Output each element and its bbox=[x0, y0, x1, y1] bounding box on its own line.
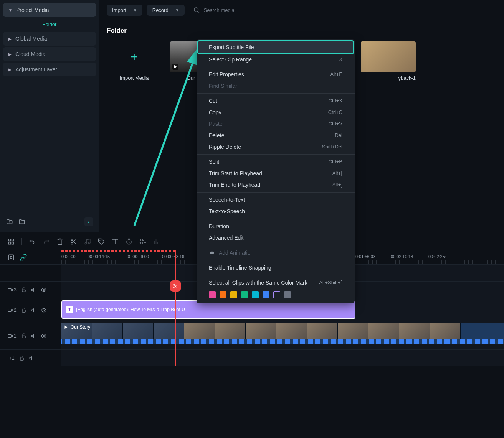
lock-icon[interactable] bbox=[21, 308, 26, 313]
ruler-tick: 00:02:25: bbox=[428, 254, 446, 259]
ruler-tick: 0:01:56:03 bbox=[355, 254, 375, 259]
svg-point-8 bbox=[85, 242, 87, 244]
chevron-down-icon: ▼ bbox=[133, 8, 137, 12]
menu-item-label: Advanced Edit bbox=[209, 235, 243, 241]
clip-label: Our Story bbox=[71, 324, 90, 330]
import-dropdown[interactable]: Import ▼ bbox=[107, 5, 142, 16]
context-menu-item[interactable]: Text-to-Speech bbox=[197, 206, 355, 217]
sidebar-cloud-media[interactable]: ▶ Cloud Media bbox=[3, 47, 96, 61]
eye-icon[interactable] bbox=[41, 308, 46, 313]
import-media-card[interactable]: + Import Media bbox=[107, 41, 162, 81]
context-menu-item: Find Similar bbox=[197, 80, 355, 92]
color-swatch[interactable] bbox=[241, 291, 248, 298]
context-menu-item[interactable]: CutCtrl+X bbox=[197, 95, 355, 107]
context-menu-item[interactable]: Select Clip RangeX bbox=[197, 54, 355, 65]
auto-reframe-icon[interactable] bbox=[8, 254, 15, 261]
link-icon[interactable] bbox=[20, 254, 27, 261]
media-clip[interactable]: yback-1 bbox=[361, 41, 416, 81]
color-swatch[interactable] bbox=[220, 291, 226, 298]
context-menu-item[interactable]: Select all Clips with the Same Color Mar… bbox=[197, 277, 355, 288]
sidebar-folder[interactable]: Folder bbox=[3, 18, 96, 31]
record-dropdown[interactable]: Record ▼ bbox=[147, 5, 185, 16]
track-1-video[interactable]: 1 Our Story bbox=[0, 322, 504, 349]
menu-item-label: Trim Start to Playhead bbox=[209, 170, 262, 176]
ruler-tick: 00:02:10:18 bbox=[391, 254, 413, 259]
video-track-icon: 3 bbox=[8, 287, 17, 293]
playhead-handle[interactable] bbox=[170, 280, 181, 292]
menu-item-label: Paste bbox=[209, 121, 223, 127]
color-swatch[interactable] bbox=[284, 291, 291, 298]
sidebar-adjustment-layer[interactable]: ▶ Adjustment Layer bbox=[3, 63, 96, 76]
color-swatch[interactable] bbox=[230, 291, 237, 298]
speaker-icon[interactable] bbox=[31, 333, 36, 339]
context-menu-item[interactable]: Edit PropertiesAlt+E bbox=[197, 69, 355, 80]
stopwatch-icon[interactable] bbox=[126, 238, 132, 245]
color-swatch[interactable] bbox=[273, 291, 280, 298]
text-clip-icon: T bbox=[66, 306, 73, 313]
scissors-icon[interactable] bbox=[70, 238, 77, 245]
sliders-icon[interactable] bbox=[139, 238, 146, 245]
menu-shortcut: Alt+[ bbox=[332, 170, 342, 176]
context-menu-item[interactable]: Enable Timeline Snapping bbox=[197, 262, 355, 273]
color-swatch[interactable] bbox=[263, 291, 269, 298]
new-folder-icon[interactable] bbox=[6, 218, 13, 225]
tag-icon[interactable] bbox=[98, 238, 105, 245]
context-menu: Export Subtitle FileSelect Clip RangeXEd… bbox=[197, 39, 355, 303]
search-placeholder: Search media bbox=[204, 7, 235, 13]
collapse-sidebar-button[interactable]: ‹ bbox=[84, 217, 93, 226]
lock-icon[interactable] bbox=[21, 333, 26, 339]
menu-item-label: Cut bbox=[209, 98, 217, 104]
context-menu-item[interactable]: Trim End to PlayheadAlt+] bbox=[197, 179, 355, 191]
svg-rect-19 bbox=[8, 334, 11, 337]
context-menu-item: PasteCtrl+V bbox=[197, 118, 355, 130]
menu-item-label: Find Similar bbox=[209, 83, 237, 89]
playhead[interactable] bbox=[175, 250, 176, 366]
speaker-icon[interactable] bbox=[31, 308, 36, 313]
context-menu-item[interactable]: Export Subtitle File bbox=[198, 41, 353, 53]
folder-icon[interactable] bbox=[18, 218, 25, 225]
lock-icon[interactable] bbox=[19, 356, 25, 361]
color-swatch[interactable] bbox=[252, 291, 259, 298]
track-audio-1[interactable]: ♫ 1 bbox=[0, 349, 504, 366]
grid-icon[interactable] bbox=[8, 238, 15, 245]
menu-shortcut: Ctrl+B bbox=[329, 159, 342, 165]
sidebar: ▼ Project Media Folder ▶ Global Media ▶ … bbox=[0, 0, 99, 232]
music-icon[interactable] bbox=[84, 238, 91, 245]
undo-icon[interactable] bbox=[29, 238, 36, 245]
sidebar-label: Cloud Media bbox=[15, 51, 46, 57]
eye-icon[interactable] bbox=[41, 333, 46, 339]
ruler-tick: 00:00:29:00 bbox=[127, 254, 149, 259]
text-icon[interactable] bbox=[112, 238, 119, 245]
video-track-icon: 1 bbox=[8, 333, 17, 339]
chevron-down-icon: ▼ bbox=[175, 8, 179, 12]
delete-icon[interactable] bbox=[56, 238, 63, 245]
context-menu-item[interactable]: Ripple DeleteShift+Del bbox=[197, 141, 355, 153]
color-swatch[interactable] bbox=[209, 291, 216, 298]
context-menu-item[interactable]: Trim Start to PlayheadAlt+[ bbox=[197, 168, 355, 179]
speaker-icon[interactable] bbox=[31, 287, 36, 293]
svg-rect-3 bbox=[12, 239, 14, 241]
color-mark-row bbox=[197, 288, 355, 301]
svg-rect-17 bbox=[22, 310, 25, 312]
context-menu-item[interactable]: Advanced Edit bbox=[197, 232, 355, 244]
context-menu-item[interactable]: Duration bbox=[197, 221, 355, 232]
svg-rect-5 bbox=[12, 242, 14, 244]
lock-icon[interactable] bbox=[21, 287, 26, 293]
ruler-tick: 00:00:14:15 bbox=[88, 254, 110, 259]
svg-point-7 bbox=[71, 242, 73, 244]
video-clip[interactable]: Our Story bbox=[61, 323, 504, 344]
sidebar-global-media[interactable]: ▶ Global Media bbox=[3, 32, 96, 46]
sidebar-project-media[interactable]: ▼ Project Media bbox=[3, 3, 96, 17]
bars-icon[interactable] bbox=[153, 238, 160, 245]
speaker-icon[interactable] bbox=[29, 356, 35, 361]
menu-shortcut: Ctrl+X bbox=[329, 98, 342, 104]
eye-icon[interactable] bbox=[41, 287, 46, 293]
context-menu-item[interactable]: CopyCtrl+C bbox=[197, 107, 355, 118]
sidebar-label: Adjustment Layer bbox=[15, 66, 57, 72]
search-media[interactable]: Search media bbox=[189, 4, 238, 16]
context-menu-item[interactable]: Speech-to-Text bbox=[197, 194, 355, 206]
redo-icon[interactable] bbox=[43, 238, 50, 245]
context-menu-item[interactable]: SplitCtrl+B bbox=[197, 156, 355, 168]
context-menu-item[interactable]: DeleteDel bbox=[197, 130, 355, 141]
svg-rect-2 bbox=[8, 239, 10, 241]
